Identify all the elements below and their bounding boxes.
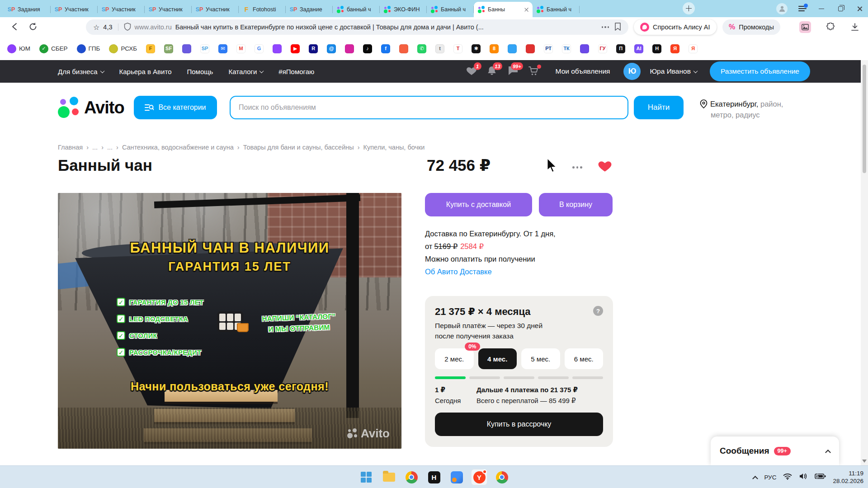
- clock[interactable]: 11:19 28.02.2026: [833, 469, 863, 485]
- favorites-icon[interactable]: 1: [466, 66, 478, 77]
- user-menu[interactable]: Юра Иванов: [650, 67, 697, 75]
- browser-tab[interactable]: SPУчастник: [145, 2, 192, 17]
- browser-tab[interactable]: FFotohosti: [239, 2, 286, 17]
- buy-installment-button[interactable]: Купить в рассрочку: [435, 413, 603, 436]
- taskbar-app-chrome[interactable]: [403, 469, 420, 485]
- taskbar-app-chrome-2[interactable]: [494, 469, 510, 485]
- bookmark-item[interactable]: @: [327, 44, 336, 53]
- header-messages-icon[interactable]: 99+: [508, 66, 519, 77]
- browser-tab[interactable]: банный ч: [333, 2, 380, 17]
- bookmark-item[interactable]: [273, 44, 282, 53]
- bookmark-item[interactable]: ГПБ: [77, 44, 100, 53]
- search-input[interactable]: [230, 96, 628, 119]
- taskbar-app-app-capture[interactable]: [448, 469, 465, 485]
- bookmark-item[interactable]: F: [146, 44, 155, 53]
- bookmark-item[interactable]: [580, 44, 589, 53]
- bookmark-item[interactable]: ✉: [218, 44, 227, 53]
- breadcrumb-link[interactable]: Купели, чаны, бочки: [363, 144, 425, 151]
- site-security-icon[interactable]: [124, 23, 131, 32]
- refresh-button[interactable]: [28, 22, 39, 33]
- buy-with-delivery-button[interactable]: Купить с доставкой: [425, 193, 532, 216]
- bookmark-item[interactable]: 8: [490, 44, 499, 53]
- bookmark-item[interactable]: SP: [200, 44, 209, 53]
- bookmark-item[interactable]: Н: [652, 44, 661, 53]
- bookmark-item[interactable]: G: [255, 44, 264, 53]
- messages-widget[interactable]: Сообщения 99+: [711, 436, 839, 465]
- breadcrumb-link[interactable]: Товары для бани и сауны, бассейны: [243, 144, 354, 151]
- bookmark-item[interactable]: [345, 44, 354, 53]
- browser-profile-icon[interactable]: [776, 3, 788, 14]
- promo-button[interactable]: % Промокоды: [722, 19, 780, 35]
- bookmark-item[interactable]: РТ: [544, 44, 553, 53]
- window-restore-button[interactable]: [836, 5, 844, 13]
- address-bar[interactable]: ☆ 4,3 www.avito.ru Банный чан купить в Е…: [86, 19, 628, 35]
- browser-tab[interactable]: SPУчастник: [51, 2, 98, 17]
- post-ad-button[interactable]: Разместить объявление: [710, 61, 810, 81]
- bookmark-item[interactable]: ГУ: [598, 44, 607, 53]
- breadcrumb-link[interactable]: ...: [92, 144, 98, 151]
- wifi-icon[interactable]: [783, 473, 792, 482]
- bookmark-item[interactable]: ЮМ: [7, 44, 30, 53]
- notifications-icon[interactable]: 13: [487, 66, 499, 77]
- scrollbar-thumb[interactable]: [863, 65, 866, 173]
- header-nav-item[interactable]: Каталоги: [228, 68, 263, 75]
- language-indicator[interactable]: РУС: [764, 474, 776, 481]
- header-nav-item[interactable]: Для бизнеса: [58, 68, 104, 75]
- header-nav-item[interactable]: Помощь: [187, 68, 213, 75]
- my-ads-link[interactable]: Мои объявления: [556, 67, 610, 75]
- bookmark-item[interactable]: R: [309, 44, 318, 53]
- window-close-button[interactable]: [855, 5, 863, 13]
- bookmark-item[interactable]: [182, 44, 191, 53]
- bookmark-item[interactable]: ✱: [472, 44, 481, 53]
- bookmark-item[interactable]: T: [453, 44, 462, 53]
- bookmark-item[interactable]: SF: [164, 44, 173, 53]
- bookmark-item[interactable]: ♪: [363, 44, 372, 53]
- bookmark-item[interactable]: П: [616, 44, 625, 53]
- about-delivery-link[interactable]: Об Авито Доставке: [425, 267, 492, 276]
- browser-tab[interactable]: SPЗадания: [4, 2, 51, 17]
- browser-tab[interactable]: SPЗадание: [286, 2, 333, 17]
- alice-button[interactable]: Спросить Алису AI: [634, 19, 717, 35]
- back-button[interactable]: [10, 22, 21, 33]
- header-nav-item[interactable]: #яПомогаю: [278, 68, 314, 75]
- breadcrumb-link[interactable]: Сантехника, водоснабжение и сауна: [122, 144, 234, 151]
- location-selector[interactable]: Екатеринбург, район, метро, радиус: [700, 99, 783, 120]
- bookmark-item[interactable]: ТК: [562, 44, 571, 53]
- bookmark-item[interactable]: ✓СБЕР: [39, 44, 68, 53]
- installment-term-pill[interactable]: 2 мес.0%: [435, 348, 474, 369]
- bookmark-star-icon[interactable]: ☆: [93, 23, 99, 32]
- header-nav-item[interactable]: Карьера в Авито: [119, 68, 172, 75]
- breadcrumb-link[interactable]: Главная: [58, 144, 83, 151]
- bookmark-item[interactable]: ✆: [417, 44, 426, 53]
- add-to-cart-button[interactable]: В корзину: [539, 193, 613, 216]
- bookmark-item[interactable]: РСХБ: [109, 44, 137, 53]
- save-bookmark-icon[interactable]: [614, 23, 621, 32]
- bookmark-item[interactable]: t: [435, 44, 444, 53]
- scrollbar[interactable]: [861, 60, 868, 465]
- downloads-icon[interactable]: [849, 21, 861, 33]
- installment-term-pill[interactable]: 6 мес.: [565, 348, 604, 369]
- taskbar-app-app-h[interactable]: H: [426, 469, 442, 485]
- bookmark-item[interactable]: f: [381, 44, 390, 53]
- browser-menu-icon[interactable]: [798, 5, 807, 12]
- browser-tab[interactable]: SPУчастник: [192, 2, 239, 17]
- all-categories-button[interactable]: Все категории: [134, 96, 217, 119]
- extensions-icon[interactable]: [825, 21, 836, 33]
- bookmark-item[interactable]: M: [236, 44, 245, 53]
- bookmark-item[interactable]: Я: [689, 44, 698, 53]
- bookmark-item[interactable]: Я: [670, 44, 679, 53]
- taskbar-app-yandex-browser[interactable]: Y: [471, 469, 487, 485]
- screenshot-extension-icon[interactable]: [799, 21, 811, 33]
- help-icon[interactable]: ?: [593, 306, 603, 316]
- volume-icon[interactable]: [799, 473, 808, 482]
- bookmark-item[interactable]: [508, 44, 517, 53]
- find-button[interactable]: Найти: [634, 96, 684, 119]
- browser-tab[interactable]: Банный ч: [427, 2, 474, 17]
- taskbar-app-file-explorer[interactable]: [381, 469, 397, 485]
- bookmark-item[interactable]: [526, 44, 535, 53]
- avito-logo[interactable]: Avito: [58, 97, 124, 118]
- user-avatar[interactable]: Ю: [623, 63, 641, 80]
- bookmark-item[interactable]: ▶: [291, 44, 300, 53]
- battery-icon[interactable]: [815, 473, 826, 481]
- browser-tab[interactable]: Банны: [474, 2, 533, 17]
